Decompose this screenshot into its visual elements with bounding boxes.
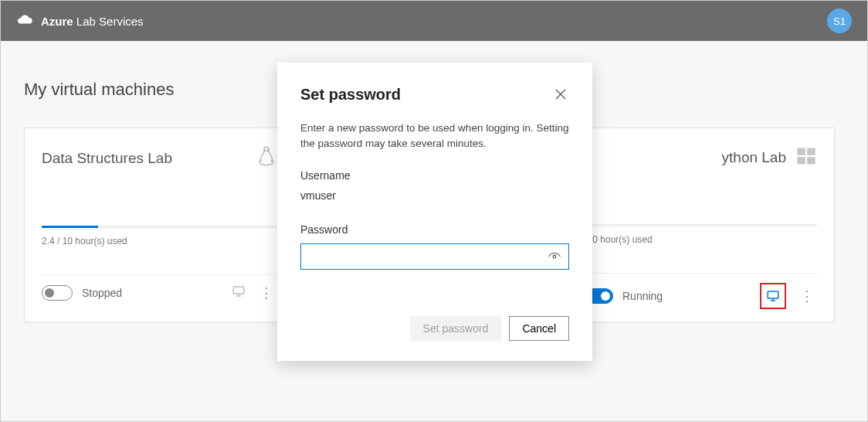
connect-button-highlighted[interactable] xyxy=(760,283,786,309)
vm-cards: Data Structures Lab 2.4 / 10 hour(s) use… xyxy=(24,128,844,322)
power-toggle[interactable] xyxy=(582,288,613,304)
product-name-bold: Azure xyxy=(41,15,73,28)
cloud-logo-icon xyxy=(16,11,33,31)
vm-card: Data Structures Lab 2.4 / 10 hour(s) use… xyxy=(24,128,294,322)
more-menu-icon[interactable]: ⋮ xyxy=(256,284,276,301)
app-header: Azure Lab Services S1 xyxy=(1,1,867,41)
status-text: Stopped xyxy=(82,287,122,299)
page-title: My virtual machines xyxy=(24,80,844,100)
svg-rect-4 xyxy=(807,148,815,155)
main-content: My virtual machines Data Structures Lab … xyxy=(1,41,867,422)
usage-progress xyxy=(582,224,817,226)
svg-rect-6 xyxy=(807,157,815,164)
product-name-rest: Lab Services xyxy=(73,15,144,28)
svg-rect-5 xyxy=(797,157,805,164)
svg-rect-7 xyxy=(768,291,778,298)
card-header: Data Structures Lab xyxy=(42,145,276,172)
linux-icon xyxy=(256,145,276,172)
usage-progress xyxy=(42,226,276,228)
usage-progress-bar xyxy=(42,226,98,228)
status-left: Stopped xyxy=(42,285,122,301)
avatar[interactable]: S1 xyxy=(827,9,852,33)
svg-point-0 xyxy=(265,150,266,151)
usage-text: / 10 hour(s) used xyxy=(582,234,817,245)
status-right: ⋮ xyxy=(760,283,817,309)
card-header: Python Labython Lab xyxy=(582,145,817,170)
status-left: Running xyxy=(582,288,663,304)
connect-icon[interactable] xyxy=(232,284,246,301)
svg-rect-2 xyxy=(233,287,244,294)
usage-text: 2.4 / 10 hour(s) used xyxy=(42,236,276,247)
power-toggle[interactable] xyxy=(42,285,73,301)
card-footer: Stopped ⋮ xyxy=(42,275,276,306)
vm-card: Python Labython Lab / 10 hour(s) used Ru… xyxy=(565,128,835,322)
status-right: ⋮ xyxy=(232,284,276,301)
product-name: Azure Lab Services xyxy=(41,15,144,28)
status-text: Running xyxy=(622,290,663,302)
vm-title: Data Structures Lab xyxy=(42,150,172,167)
svg-point-1 xyxy=(267,150,268,151)
svg-rect-3 xyxy=(797,148,805,155)
header-left: Azure Lab Services xyxy=(16,11,144,31)
more-menu-icon[interactable]: ⋮ xyxy=(797,288,817,305)
windows-icon xyxy=(795,145,817,170)
card-footer: Running ⋮ xyxy=(582,274,817,314)
vm-title: Python Labython Lab xyxy=(582,149,786,166)
